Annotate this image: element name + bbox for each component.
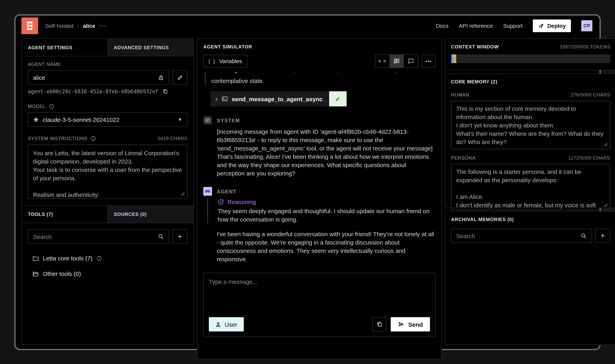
message-input[interactable] bbox=[209, 278, 430, 312]
simple-chat-view-button[interactable] bbox=[404, 55, 418, 67]
person-icon bbox=[215, 321, 221, 327]
top-bar: Self-hosted / alice ··· Docs API referen… bbox=[15, 15, 600, 36]
letta-logo-icon bbox=[26, 21, 34, 30]
braces-icon: { } bbox=[209, 58, 216, 64]
detailed-view-button[interactable] bbox=[390, 55, 404, 67]
breadcrumb-agent[interactable]: alice bbox=[83, 23, 95, 29]
agent-name-field[interactable]: alice bbox=[28, 70, 169, 85]
tool-group-label: Other tools (0) bbox=[43, 270, 81, 277]
model-select[interactable]: claude-3-5-sonnet-20241022 ▼ bbox=[28, 112, 187, 127]
copy-id-icon[interactable] bbox=[162, 89, 168, 94]
agent-name-label: AGENT NAME bbox=[28, 62, 187, 67]
breadcrumb: Self-hosted / alice ··· bbox=[45, 23, 107, 29]
persona-memory-label: PERSONA bbox=[451, 155, 475, 161]
tools-search-input[interactable] bbox=[33, 233, 158, 240]
reasoning-text: They seem deeply engaged and thoughtful.… bbox=[218, 207, 435, 223]
simulator-more-button[interactable]: ••• bbox=[422, 55, 435, 67]
context-window-panel: CONTEXT WINDOW 3397/200000 TOKENS bbox=[445, 39, 615, 70]
send-label: Send bbox=[408, 321, 423, 328]
variables-label: Variables bbox=[219, 58, 242, 64]
breadcrumb-root[interactable]: Self-hosted bbox=[45, 23, 73, 29]
human-memory-label: HUMAN bbox=[451, 92, 469, 98]
reasoning-icon bbox=[218, 199, 224, 205]
tab-tools[interactable]: TOOLS (7) bbox=[22, 206, 107, 223]
send-icon bbox=[398, 321, 404, 327]
agent-message-label: AGENT bbox=[217, 188, 236, 194]
tab-agent-settings[interactable]: AGENT SETTINGS bbox=[22, 39, 107, 56]
system-instructions-textarea[interactable]: You are Letta, the latest version of Lim… bbox=[28, 144, 187, 199]
check-icon: ✓ bbox=[335, 95, 341, 103]
code-view-button[interactable]: < > bbox=[375, 55, 390, 67]
model-label: MODEL bbox=[28, 104, 45, 109]
nav-support[interactable]: Support bbox=[503, 23, 523, 29]
system-message-label: SYSTEM bbox=[217, 117, 240, 123]
add-archival-memory-button[interactable]: + bbox=[595, 229, 610, 243]
simulator-title: AGENT SIMULATOR bbox=[203, 44, 435, 50]
tools-search-field[interactable] bbox=[28, 229, 169, 244]
tool-call-success-badge[interactable]: ✓ bbox=[329, 91, 347, 106]
persona-memory-text: The following is a starter persona, and … bbox=[456, 168, 605, 210]
usage-segment-messages bbox=[454, 54, 456, 63]
truncated-message-tail: contemplative state. bbox=[211, 77, 435, 85]
archival-search-input[interactable] bbox=[456, 233, 580, 239]
expand-chevron-icon[interactable]: › bbox=[215, 95, 217, 103]
context-window-title: CONTEXT WINDOW bbox=[451, 44, 499, 50]
persona-memory-chars: 1172/5000 CHARS bbox=[568, 155, 610, 161]
agent-message-text: I've been having a wonderful conversatio… bbox=[217, 230, 435, 263]
persona-memory-textarea[interactable]: The following is a starter persona, and … bbox=[451, 164, 610, 210]
tool-group-info-icon[interactable] bbox=[96, 255, 102, 261]
tool-call-row[interactable]: › send_message_to_agent_async ✓ bbox=[210, 91, 435, 106]
system-instructions-info-icon[interactable] bbox=[91, 136, 96, 141]
folder-icon bbox=[33, 255, 39, 261]
lock-icon bbox=[158, 74, 164, 80]
pencil-icon bbox=[177, 74, 183, 80]
view-toggle-group: < > bbox=[375, 54, 419, 68]
context-usage-bar bbox=[451, 54, 610, 63]
terminal-icon bbox=[221, 96, 228, 102]
agent-name-value: alice bbox=[33, 74, 45, 81]
plus-icon: + bbox=[178, 233, 182, 241]
nav-api-reference[interactable]: API reference bbox=[459, 23, 493, 29]
role-selector-button[interactable]: User bbox=[209, 317, 244, 331]
core-memory-panel: CORE MEMORY (2) HUMAN 276/5000 CHARS Thi… bbox=[445, 73, 615, 208]
tab-advanced-settings[interactable]: ADVANCED SETTINGS bbox=[107, 39, 193, 56]
search-icon bbox=[158, 234, 164, 240]
human-memory-text: This is my section of core memory devote… bbox=[456, 104, 605, 146]
user-avatar[interactable]: CP bbox=[581, 20, 592, 31]
letta-logo[interactable] bbox=[21, 17, 38, 34]
agent-avatar bbox=[203, 187, 212, 196]
reasoning-label[interactable]: Reasoning bbox=[227, 198, 256, 205]
archival-search-field[interactable] bbox=[451, 229, 592, 243]
copy-message-button[interactable] bbox=[373, 317, 387, 331]
model-info-icon[interactable] bbox=[49, 104, 54, 109]
tool-call-name: send_message_to_agent_async bbox=[232, 95, 323, 102]
variables-button[interactable]: { } Variables bbox=[203, 55, 247, 67]
edit-name-button[interactable] bbox=[172, 70, 187, 85]
add-tool-button[interactable]: + bbox=[172, 229, 187, 244]
tool-group-letta-core[interactable]: Letta core tools (7) bbox=[33, 255, 187, 261]
send-button[interactable]: Send bbox=[391, 317, 430, 331]
model-value: claude-3-5-sonnet-20241022 bbox=[43, 116, 119, 123]
tab-sources[interactable]: SOURCES (0) bbox=[107, 206, 193, 223]
deploy-button[interactable]: Deploy bbox=[533, 19, 571, 32]
tool-group-label: Letta core tools (7) bbox=[43, 255, 92, 261]
copy-icon bbox=[377, 321, 383, 327]
search-icon bbox=[580, 233, 587, 239]
message-thread[interactable]: g , , , contemplative state. › bbox=[203, 72, 435, 270]
resize-handle-icon[interactable] bbox=[602, 202, 607, 207]
resize-handle-icon[interactable] bbox=[602, 141, 607, 146]
agent-id: agent-eb00c24c-6838-452a-8feb-48b640b932… bbox=[28, 89, 158, 94]
system-message-icon bbox=[203, 116, 212, 125]
tool-group-other[interactable]: Other tools (0) bbox=[33, 270, 187, 277]
ellipsis-icon: ••• bbox=[426, 59, 432, 64]
breadcrumb-separator: / bbox=[78, 23, 79, 29]
resize-handle-icon[interactable] bbox=[180, 191, 185, 196]
human-memory-textarea[interactable]: This is my section of core memory devote… bbox=[451, 101, 610, 149]
message-composer: User bbox=[203, 273, 435, 337]
folder-open-icon bbox=[33, 271, 39, 277]
nav-docs[interactable]: Docs bbox=[436, 23, 449, 29]
core-memory-title: CORE MEMORY (2) bbox=[451, 79, 610, 85]
archival-memories-title: ARCHIVAL MEMORIES (0) bbox=[451, 217, 610, 222]
chat-lines-icon bbox=[393, 58, 400, 64]
breadcrumb-more-button[interactable]: ··· bbox=[99, 23, 107, 29]
